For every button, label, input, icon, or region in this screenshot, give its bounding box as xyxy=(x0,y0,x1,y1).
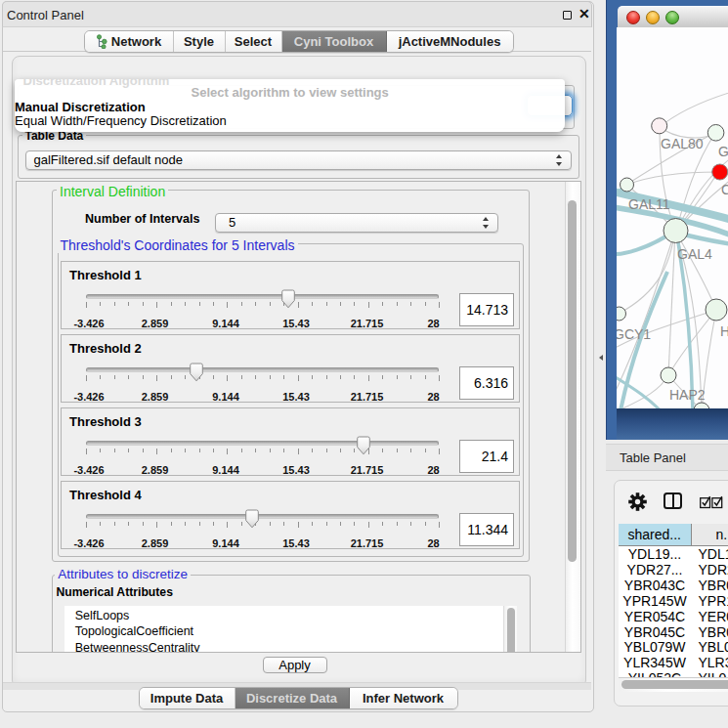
svg-text:HAP2: HAP2 xyxy=(669,387,706,403)
svg-text:G.: G. xyxy=(718,144,728,159)
svg-text:GAL11: GAL11 xyxy=(628,196,670,212)
svg-text:GCY1: GCY1 xyxy=(617,326,651,342)
svg-text:GAL80: GAL80 xyxy=(661,136,704,151)
svg-text:C: C xyxy=(721,182,728,197)
svg-text:GAL4: GAL4 xyxy=(677,246,712,262)
svg-text:H: H xyxy=(720,323,728,339)
